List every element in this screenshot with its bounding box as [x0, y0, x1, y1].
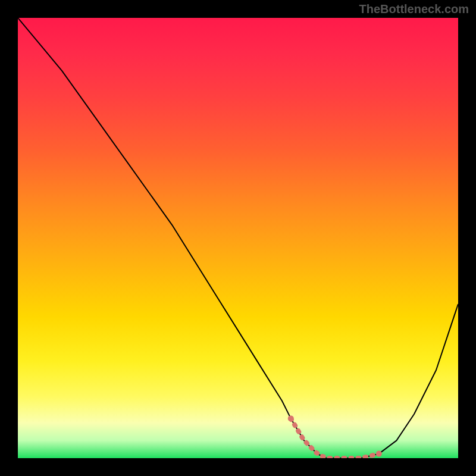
chart-plot-area [18, 18, 458, 458]
highlight-dot-start [288, 415, 294, 421]
highlight-dot-end [376, 451, 382, 457]
watermark-text: TheBottleneck.com [359, 2, 469, 16]
chart-highlight-layer [18, 18, 458, 458]
optimal-range-highlight [291, 418, 379, 458]
